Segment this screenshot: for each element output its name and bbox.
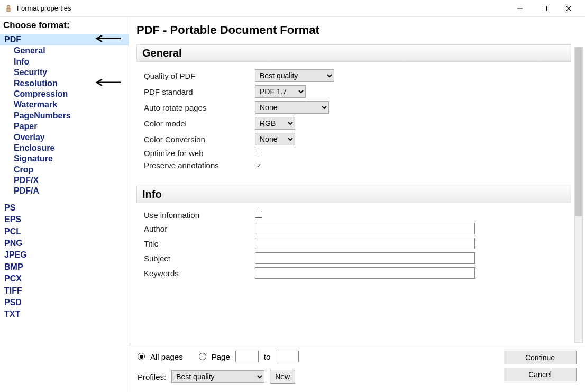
format-item-pcl[interactable]: PCL: [0, 226, 129, 238]
label-standard: PDF standard: [144, 87, 255, 96]
vertical-scrollbar[interactable]: [574, 47, 583, 343]
profiles-row: Profiles: Best quality New: [138, 370, 493, 384]
pdf-child-paper[interactable]: Paper: [0, 121, 129, 132]
pdf-child-pdfx[interactable]: PDF/X: [0, 175, 129, 186]
format-label: JPEG: [4, 250, 27, 259]
pdf-child-compression[interactable]: Compression: [0, 89, 129, 99]
sidebar-item-label: Security: [14, 68, 47, 77]
radio-all-pages[interactable]: [138, 353, 145, 360]
select-profiles[interactable]: Best quality: [171, 370, 264, 383]
format-item-psd[interactable]: PSD: [0, 297, 129, 308]
row-preserve: Preserve annotations ✓: [136, 161, 571, 170]
input-author[interactable]: [255, 223, 475, 234]
button-label: Continue: [525, 353, 555, 362]
format-label: TXT: [4, 309, 20, 318]
row-author: Author: [136, 223, 571, 234]
select-standard[interactable]: PDF 1.7: [255, 85, 306, 98]
format-sidebar: Choose format: PDF General Info Security…: [0, 17, 129, 392]
radio-page-range[interactable]: [199, 353, 206, 360]
sidebar-item-label: Compression: [14, 89, 68, 98]
pdf-child-signature[interactable]: Signature: [0, 153, 129, 164]
row-autorotate: Auto rotate pages None: [136, 101, 571, 114]
format-label: PSD: [4, 298, 22, 307]
cancel-button[interactable]: Cancel: [504, 368, 577, 381]
input-keywords[interactable]: [255, 267, 475, 279]
label-title: Title: [144, 239, 255, 248]
input-page-from[interactable]: [235, 351, 259, 362]
minimize-button[interactable]: [508, 0, 532, 17]
pdf-child-general[interactable]: General: [0, 45, 129, 56]
app-icon: [4, 4, 13, 13]
section-header-info: Info: [136, 186, 571, 203]
pdf-child-watermark[interactable]: Watermark: [0, 99, 129, 110]
svg-rect-3: [542, 6, 547, 11]
sidebar-item-label: Enclosure: [14, 143, 54, 152]
format-item-bmp[interactable]: BMP: [0, 261, 129, 273]
main-panel: PDF - Portable Document Format General Q…: [129, 17, 585, 392]
row-title: Title: [136, 238, 571, 249]
label-autorotate: Auto rotate pages: [144, 103, 255, 112]
pdf-child-pagenumbers[interactable]: PageNumbers: [0, 111, 129, 121]
format-label: PCL: [4, 227, 21, 236]
format-item-pdf[interactable]: PDF: [0, 34, 129, 45]
button-label: New: [275, 372, 290, 381]
pdf-child-overlay[interactable]: Overlay: [0, 132, 129, 143]
input-page-to[interactable]: [276, 351, 299, 362]
format-item-eps[interactable]: EPS: [0, 214, 129, 225]
format-item-ps[interactable]: PS: [0, 202, 129, 214]
sidebar-item-label: Signature: [14, 154, 53, 163]
label-preserve: Preserve annotations: [144, 161, 255, 170]
format-item-txt[interactable]: TXT: [0, 308, 129, 320]
label-subject: Subject: [144, 254, 255, 263]
svg-point-0: [7, 5, 10, 8]
pdf-child-info[interactable]: Info: [0, 57, 129, 67]
row-colormodel: Color model RGB: [136, 117, 571, 130]
format-label: PS: [4, 203, 15, 212]
checkbox-optimize[interactable]: [255, 149, 262, 156]
label-useinfo: Use information: [144, 211, 255, 220]
sidebar-item-label: PageNumbers: [14, 111, 71, 120]
label-all-pages: All pages: [150, 352, 183, 361]
row-optimize: Optimize for web: [136, 149, 571, 158]
maximize-button[interactable]: [532, 0, 556, 17]
pdf-child-resolution[interactable]: Resolution: [0, 78, 129, 89]
scrollbar-thumb[interactable]: [575, 47, 582, 216]
row-useinfo: Use information: [136, 211, 571, 220]
pdf-child-security[interactable]: Security: [0, 67, 129, 78]
pdf-child-pdfa[interactable]: PDF/A: [0, 186, 129, 196]
label-author: Author: [144, 224, 255, 233]
format-item-tiff[interactable]: TIFF: [0, 285, 129, 297]
format-label: TIFF: [4, 286, 22, 295]
continue-button[interactable]: Continue: [504, 351, 577, 364]
section-header-general: General: [136, 44, 571, 62]
new-profile-button[interactable]: New: [270, 370, 295, 384]
close-button[interactable]: [556, 0, 581, 17]
pdf-child-enclosure[interactable]: Enclosure: [0, 143, 129, 153]
row-quality: Quality of PDF Best quality: [136, 69, 571, 82]
format-item-png[interactable]: PNG: [0, 238, 129, 249]
input-subject[interactable]: [255, 252, 475, 264]
label-quality: Quality of PDF: [144, 71, 255, 80]
footer: All pages Page to Profiles: Best quality…: [129, 344, 585, 392]
arrow-annotation-icon: [94, 78, 122, 89]
label-to: to: [264, 352, 271, 361]
sidebar-title: Choose format:: [0, 19, 129, 34]
checkbox-preserve[interactable]: ✓: [255, 162, 262, 169]
sidebar-item-label: PDF/A: [14, 186, 39, 195]
format-item-pcx[interactable]: PCX: [0, 273, 129, 285]
button-label: Cancel: [528, 370, 552, 379]
select-colorconv[interactable]: None: [255, 133, 295, 145]
input-title[interactable]: [255, 238, 475, 249]
sidebar-item-label: Watermark: [14, 100, 57, 109]
checkbox-useinfo[interactable]: [255, 211, 262, 218]
select-colormodel[interactable]: RGB: [255, 117, 295, 130]
select-quality[interactable]: Best quality: [255, 69, 334, 82]
format-label: BMP: [4, 262, 23, 271]
sidebar-item-label: Crop: [14, 165, 33, 174]
sidebar-item-label: Resolution: [14, 79, 58, 88]
window-controls: [508, 0, 581, 17]
format-item-jpeg[interactable]: JPEG: [0, 249, 129, 261]
label-colormodel: Color model: [144, 119, 255, 128]
pdf-child-crop[interactable]: Crop: [0, 165, 129, 175]
select-autorotate[interactable]: None: [255, 101, 329, 114]
